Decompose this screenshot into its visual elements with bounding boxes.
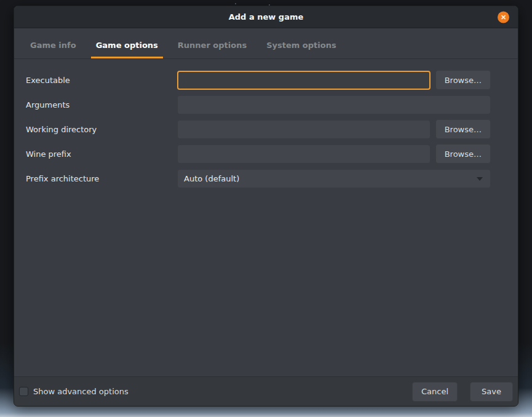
working-directory-browse-button[interactable]: Browse… (435, 119, 491, 139)
tab-system-options[interactable]: System options (261, 41, 341, 58)
prefix-architecture-value: Auto (default) (184, 174, 239, 183)
game-options-form: Executable Browse… Arguments Working dir… (14, 59, 518, 376)
wine-prefix-control: Browse… (177, 144, 491, 164)
executable-label: Executable (25, 76, 177, 85)
wallpaper-star (235, 3, 236, 4)
form-row-executable: Executable Browse… (25, 70, 491, 90)
advanced-label: Show advanced options (33, 387, 129, 396)
chevron-down-icon (477, 177, 483, 181)
tab-bar: Game info Game options Runner options Sy… (14, 28, 518, 59)
form-row-wine-prefix: Wine prefix Browse… (25, 144, 491, 164)
add-game-dialog: Add a new game ✕ Game info Game options … (14, 6, 518, 407)
form-row-prefix-architecture: Prefix architecture Auto (default) (25, 169, 491, 188)
dialog-footer: Show advanced options Cancel Save (14, 376, 518, 406)
tab-runner-options[interactable]: Runner options (173, 41, 252, 58)
arguments-label: Arguments (25, 100, 177, 109)
wine-prefix-browse-button[interactable]: Browse… (435, 144, 491, 164)
executable-browse-button[interactable]: Browse… (435, 70, 491, 90)
advanced-checkbox[interactable] (19, 387, 28, 396)
working-directory-label: Working directory (25, 125, 177, 134)
desktop-background: { "window": { "title": "Add a new game",… (0, 0, 532, 417)
form-row-arguments: Arguments (25, 95, 491, 114)
working-directory-input[interactable] (177, 120, 431, 139)
tab-game-info[interactable]: Game info (25, 41, 81, 58)
dialog-title: Add a new game (229, 12, 304, 22)
executable-input[interactable] (177, 71, 431, 90)
close-button[interactable]: ✕ (498, 11, 509, 23)
wine-prefix-input[interactable] (177, 145, 431, 164)
cancel-button[interactable]: Cancel (412, 382, 458, 402)
form-row-working-directory: Working directory Browse… (25, 119, 491, 139)
prefix-architecture-select[interactable]: Auto (default) (177, 169, 491, 188)
prefix-architecture-control: Auto (default) (177, 169, 491, 188)
save-button[interactable]: Save (470, 382, 513, 402)
wine-prefix-label: Wine prefix (25, 149, 177, 159)
arguments-input[interactable] (177, 95, 491, 114)
executable-control: Browse… (177, 70, 491, 90)
headerbar: Add a new game ✕ (14, 6, 518, 28)
close-icon: ✕ (501, 13, 506, 20)
tab-game-options[interactable]: Game options (91, 41, 163, 58)
arguments-control (177, 95, 491, 114)
show-advanced-toggle[interactable]: Show advanced options (19, 387, 129, 396)
prefix-architecture-label: Prefix architecture (25, 174, 177, 183)
working-directory-control: Browse… (177, 119, 491, 139)
